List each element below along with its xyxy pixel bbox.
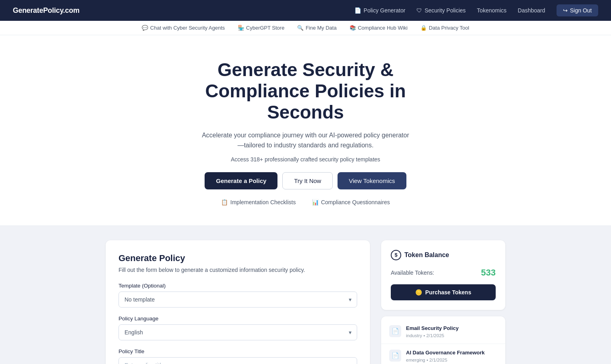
try-now-button[interactable]: Try It Now xyxy=(282,172,333,189)
brand-logo: GeneratePolicy.com xyxy=(13,6,79,15)
nav-policy-generator[interactable]: 📄 Policy Generator xyxy=(354,7,405,14)
nav-security-policies[interactable]: 🛡 Security Policies xyxy=(416,7,466,14)
policy-title-input[interactable] xyxy=(119,357,357,364)
token-balance-row: Available Tokens: 533 xyxy=(391,267,496,278)
secondary-nav: 💬 Chat with Cyber Security Agents 🏪 Cybe… xyxy=(0,21,611,35)
hero-subtitle: Accelerate your compliance journey with … xyxy=(201,130,410,151)
dataprivacy-link[interactable]: 🔒 Data Privacy Tool xyxy=(420,25,469,31)
language-select[interactable]: English Spanish French German xyxy=(119,324,357,340)
store-link[interactable]: 🏪 CyberGPT Store xyxy=(238,25,285,31)
doc-icon: 📄 xyxy=(354,7,361,14)
template-label: Template (Optional) xyxy=(119,283,357,289)
nav-links: 📄 Policy Generator 🛡 Security Policies T… xyxy=(354,4,598,16)
chat-link[interactable]: 💬 Chat with Cyber Security Agents xyxy=(142,25,225,31)
main-section: Generate Policy Fill out the form below … xyxy=(0,226,611,364)
policy-item[interactable]: 📄 AI Data Governance Framework emerging … xyxy=(381,344,505,364)
purchase-tokens-button[interactable]: 🪙 Purchase Tokens xyxy=(391,284,496,300)
recent-policies-list: 📄 Email Security Policy industry • 2/1/2… xyxy=(381,316,505,364)
book-icon: 📚 xyxy=(350,25,356,31)
policy-info: Email Security Policy industry • 2/1/202… xyxy=(406,325,497,338)
generate-policy-button[interactable]: Generate a Policy xyxy=(205,172,277,189)
wiki-link[interactable]: 📚 Compliance Hub Wiki xyxy=(350,25,408,31)
hero-extras: 📋 Implementation Checklists 📊 Compliance… xyxy=(8,199,603,205)
token-count: 533 xyxy=(481,267,496,278)
store-icon: 🏪 xyxy=(238,25,244,31)
hero-access-text: Access 318+ professionally crafted secur… xyxy=(8,156,603,163)
view-tokenomics-button[interactable]: View Tokenomics xyxy=(338,172,406,189)
language-label: Policy Language xyxy=(119,316,357,322)
policy-doc-icon: 📄 xyxy=(389,325,401,337)
policy-doc-icon: 📄 xyxy=(389,350,401,362)
dollar-icon: $ xyxy=(391,250,401,260)
hero-title: Generate Security & Compliance Policies … xyxy=(165,59,446,123)
sidebar: $ Token Balance Available Tokens: 533 🪙 … xyxy=(381,240,505,364)
signout-icon: ↪ xyxy=(563,7,568,14)
token-header: $ Token Balance xyxy=(391,250,496,260)
purchase-icon: 🪙 xyxy=(415,289,422,296)
title-group: Policy Title xyxy=(119,348,357,364)
template-select-wrapper: No template xyxy=(119,292,357,308)
template-group: Template (Optional) No template xyxy=(119,283,357,308)
sign-out-button[interactable]: ↪ Sign Out xyxy=(557,4,598,16)
nav-tokenomics[interactable]: Tokenomics xyxy=(477,7,506,14)
form-description: Fill out the form below to generate a cu… xyxy=(119,267,357,273)
policy-info: AI Data Governance Framework emerging • … xyxy=(406,350,497,362)
search-icon: 🔍 xyxy=(297,25,303,31)
hero-buttons: Generate a Policy Try It Now View Tokeno… xyxy=(8,172,603,189)
implementation-checklists-link[interactable]: 📋 Implementation Checklists xyxy=(221,199,295,205)
chat-icon: 💬 xyxy=(142,25,148,31)
nav-dashboard[interactable]: Dashboard xyxy=(518,7,545,14)
title-label: Policy Title xyxy=(119,348,357,354)
hero-section: Generate Security & Compliance Policies … xyxy=(0,35,611,226)
shield-icon: 🛡 xyxy=(416,7,422,14)
checklist-icon: 📋 xyxy=(221,199,228,205)
policy-item[interactable]: 📄 Email Security Policy industry • 2/1/2… xyxy=(381,320,505,344)
finemydata-link[interactable]: 🔍 Fine My Data xyxy=(297,25,336,31)
navbar: GeneratePolicy.com 📄 Policy Generator 🛡 … xyxy=(0,0,611,21)
language-group: Policy Language English Spanish French G… xyxy=(119,316,357,340)
form-title: Generate Policy xyxy=(119,253,357,263)
token-card: $ Token Balance Available Tokens: 533 🪙 … xyxy=(381,240,505,310)
template-select[interactable]: No template xyxy=(119,292,357,308)
language-select-wrapper: English Spanish French German xyxy=(119,324,357,340)
compliance-questionnaires-link[interactable]: 📊 Compliance Questionnaires xyxy=(312,199,390,205)
questionnaire-icon: 📊 xyxy=(312,199,319,205)
form-card: Generate Policy Fill out the form below … xyxy=(106,240,370,364)
lock-icon: 🔒 xyxy=(420,25,427,31)
